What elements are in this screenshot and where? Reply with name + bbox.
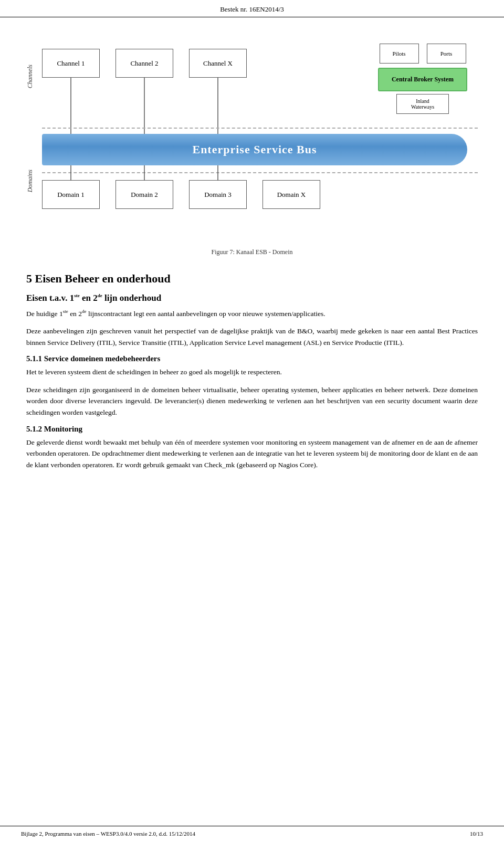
main-content: 5 Eisen Beheer en onderhoud Eisen t.a.v.… (0, 261, 504, 487)
channel-x-box: Channel X (189, 49, 247, 78)
section-5-heading: 5 Eisen Beheer en onderhoud (26, 272, 478, 286)
esb-bar: Enterprise Service Bus (42, 134, 467, 165)
page-footer: Bijlage 2, Programma van eisen – WESP3.0… (0, 826, 504, 841)
domains-label: Domains (26, 170, 34, 192)
inland-waterways-box: Inland Waterways (396, 94, 449, 114)
domain-boxes-row: Domain 1 Domain 2 Domain 3 Domain X (42, 180, 320, 209)
dashed-line-upper (42, 128, 478, 129)
channel-boxes-row: Channel 1 Channel 2 Channel X (42, 49, 247, 78)
section-5-1-para1: De huidige 1ste en 2de lijnscontractant … (26, 308, 478, 319)
diagram-area: Channels Domains Channel 1 Channel 2 Cha… (0, 17, 504, 261)
channel-2-box: Channel 2 (116, 49, 173, 78)
domain-3-box: Domain 3 (189, 180, 247, 209)
header-title: Bestek nr. 16EN2014/3 (220, 5, 284, 13)
footer-left: Bijlage 2, Programma van eisen – WESP3.0… (21, 831, 195, 837)
upper-connectors (42, 78, 242, 135)
footer-right: 10/13 (470, 831, 483, 837)
section-5-1-1-para2: Deze scheidingen zijn georganiseerd in d… (26, 384, 478, 418)
right-cluster: Pilots Ports Central Broker System Inlan… (368, 44, 478, 114)
channels-label: Channels (26, 65, 34, 88)
page-header: Bestek nr. 16EN2014/3 (0, 0, 504, 17)
pilots-ports-row: Pilots Ports (368, 44, 478, 64)
section-5-1-1-para1: Het te leveren systeem dient de scheidin… (26, 366, 478, 378)
pilots-box: Pilots (380, 44, 419, 64)
diagram-container: Channels Domains Channel 1 Channel 2 Cha… (26, 33, 478, 243)
ports-box: Ports (427, 44, 466, 64)
channel-1-box: Channel 1 (42, 49, 100, 78)
fig-caption: Figuur 7: Kanaal ESB - Domein (21, 248, 483, 256)
cbs-box: Central Broker System (378, 68, 467, 91)
lower-connectors (42, 165, 242, 181)
domain-1-box: Domain 1 (42, 180, 100, 209)
section-5-1-2-heading: 5.1.2 Monitoring (26, 425, 478, 434)
section-5-1-1-heading: 5.1.1 Service domeinen medebeheerders (26, 354, 478, 363)
section-5-1-para2: Deze aanbevelingen zijn geschreven vanui… (26, 325, 478, 348)
domain-x-box: Domain X (262, 180, 320, 209)
domain-2-box: Domain 2 (116, 180, 173, 209)
section-5-1-2-para1: De geleverde dienst wordt bewaakt met be… (26, 437, 478, 471)
section-5-1-heading: Eisen t.a.v. 1ste en 2de lijn onderhoud (26, 293, 478, 303)
